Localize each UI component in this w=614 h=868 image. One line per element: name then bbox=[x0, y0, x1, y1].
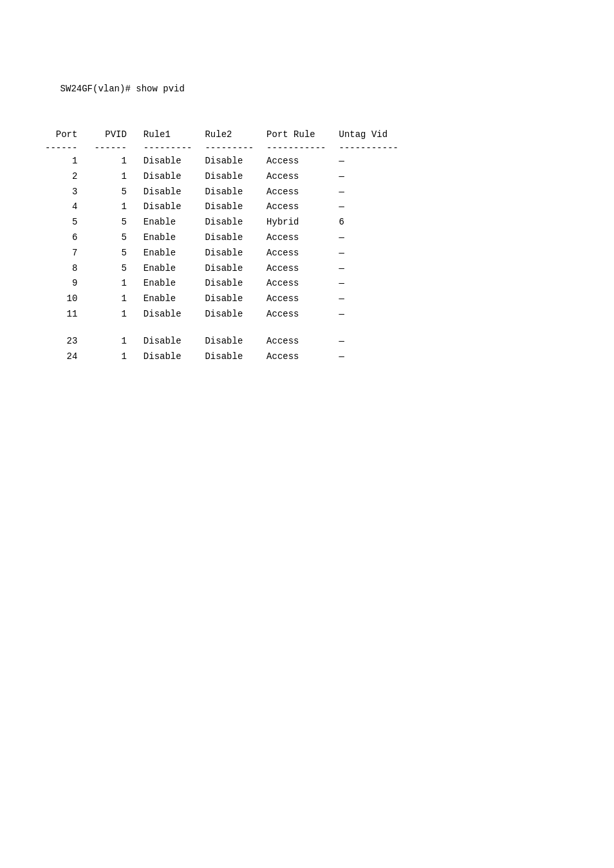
table-cell-0: 24 bbox=[39, 349, 88, 365]
table-cell-2: Enable bbox=[137, 261, 199, 277]
table-cell-0: 9 bbox=[39, 276, 88, 291]
divider-rule2: --------- bbox=[198, 143, 260, 154]
table-cell-1: 1 bbox=[88, 307, 136, 322]
table-cell-5: — bbox=[333, 291, 405, 307]
table-cell-0: 4 bbox=[39, 199, 88, 215]
table-cell-2: Disable bbox=[137, 307, 199, 322]
table-cell-0: 8 bbox=[39, 261, 88, 277]
table-cell-3: Disable bbox=[198, 154, 260, 169]
table-cell-4: Hybrid bbox=[260, 215, 332, 230]
table-cell-4: Access bbox=[260, 291, 332, 307]
table-cell-0: 2 bbox=[39, 169, 88, 185]
table-row: 75EnableDisableAccess— bbox=[39, 246, 405, 261]
table-row: 21DisableDisableAccess— bbox=[39, 169, 405, 185]
divider-rule1: --------- bbox=[137, 143, 199, 154]
table-row: 241DisableDisableAccess— bbox=[39, 349, 405, 365]
table-cell-3: Disable bbox=[198, 349, 260, 365]
divider-port: ------ bbox=[39, 143, 88, 154]
table-cell-1: 1 bbox=[88, 349, 136, 365]
table-row: 41DisableDisableAccess— bbox=[39, 199, 405, 215]
table-cell-2: Enable bbox=[137, 215, 199, 230]
table-cell-4: Access bbox=[260, 261, 332, 277]
table-cell-0: 10 bbox=[39, 291, 88, 307]
pvid-table: Port PVID Rule1 Rule2 Port Rule Untag Vi… bbox=[39, 127, 405, 364]
table-row: 11DisableDisableAccess— bbox=[39, 154, 405, 169]
col-header-rule1: Rule1 bbox=[137, 127, 199, 143]
table-spacer-row bbox=[39, 322, 405, 334]
table-cell-5: — bbox=[333, 199, 405, 215]
table-cell-2: Disable bbox=[137, 154, 199, 169]
table-cell-5: — bbox=[333, 334, 405, 349]
table-cell-2: Disable bbox=[137, 334, 199, 349]
table-cell-3: Disable bbox=[198, 261, 260, 277]
command-line: SW24GF(vlan)# show pvid bbox=[39, 68, 575, 111]
col-header-rule2: Rule2 bbox=[198, 127, 260, 143]
table-cell-1: 5 bbox=[88, 261, 136, 277]
table-cell-5: — bbox=[333, 276, 405, 291]
table-cell-0: 7 bbox=[39, 246, 88, 261]
table-cell-5: — bbox=[333, 185, 405, 200]
table-cell-0: 1 bbox=[39, 154, 88, 169]
table-cell-3: Disable bbox=[198, 307, 260, 322]
table-cell-2: Enable bbox=[137, 276, 199, 291]
table-cell-0: 11 bbox=[39, 307, 88, 322]
table-header-row: Port PVID Rule1 Rule2 Port Rule Untag Vi… bbox=[39, 127, 405, 143]
table-cell-3: Disable bbox=[198, 169, 260, 185]
table-cell-2: Enable bbox=[137, 230, 199, 246]
divider-pvid: ------ bbox=[88, 143, 136, 154]
table-cell-2: Disable bbox=[137, 169, 199, 185]
table-cell-2: Disable bbox=[137, 185, 199, 200]
divider-port-rule: ----------- bbox=[260, 143, 332, 154]
table-cell-0: 6 bbox=[39, 230, 88, 246]
table-cell-5: — bbox=[333, 261, 405, 277]
table-cell-1: 1 bbox=[88, 291, 136, 307]
table-cell-5: — bbox=[333, 246, 405, 261]
table-cell-4: Access bbox=[260, 307, 332, 322]
table-cell-1: 1 bbox=[88, 169, 136, 185]
col-header-untag-vid: Untag Vid bbox=[333, 127, 405, 143]
table-cell-4: Access bbox=[260, 246, 332, 261]
table-cell-0: 23 bbox=[39, 334, 88, 349]
table-row: 91EnableDisableAccess— bbox=[39, 276, 405, 291]
table-cell-5: — bbox=[333, 230, 405, 246]
table-cell-0: 3 bbox=[39, 185, 88, 200]
table-cell-3: Disable bbox=[198, 276, 260, 291]
terminal-output: SW24GF(vlan)# show pvid bbox=[39, 39, 575, 127]
col-header-port-rule: Port Rule bbox=[260, 127, 332, 143]
table-cell-4: Access bbox=[260, 230, 332, 246]
table-cell-1: 5 bbox=[88, 215, 136, 230]
table-cell-3: Disable bbox=[198, 246, 260, 261]
table-cell-4: Access bbox=[260, 169, 332, 185]
table-cell-1: 1 bbox=[88, 154, 136, 169]
table-cell-4: Access bbox=[260, 199, 332, 215]
table-cell-1: 5 bbox=[88, 230, 136, 246]
divider-untag-vid: ----------- bbox=[333, 143, 405, 154]
table-cell-4: Access bbox=[260, 334, 332, 349]
table-cell-0: 5 bbox=[39, 215, 88, 230]
table-cell-4: Access bbox=[260, 185, 332, 200]
table-cell-3: Disable bbox=[198, 230, 260, 246]
col-header-port: Port bbox=[39, 127, 88, 143]
table-cell-4: Access bbox=[260, 154, 332, 169]
table-cell-2: Disable bbox=[137, 349, 199, 365]
table-cell-5: — bbox=[333, 307, 405, 322]
table-cell-3: Disable bbox=[198, 185, 260, 200]
table-cell-5: — bbox=[333, 349, 405, 365]
table-cell-1: 1 bbox=[88, 334, 136, 349]
table-row: 35DisableDisableAccess— bbox=[39, 185, 405, 200]
table-row: 85EnableDisableAccess— bbox=[39, 261, 405, 277]
table-cell-2: Enable bbox=[137, 291, 199, 307]
table-row: 65EnableDisableAccess— bbox=[39, 230, 405, 246]
table-cell-1: 1 bbox=[88, 199, 136, 215]
table-cell-5: 6 bbox=[333, 215, 405, 230]
col-header-pvid: PVID bbox=[88, 127, 136, 143]
table-divider-row: ------ ------ --------- --------- ------… bbox=[39, 143, 405, 154]
table-cell-3: Disable bbox=[198, 334, 260, 349]
table-cell-1: 5 bbox=[88, 246, 136, 261]
table-cell-2: Enable bbox=[137, 246, 199, 261]
table-cell-1: 5 bbox=[88, 185, 136, 200]
table-cell-1: 1 bbox=[88, 276, 136, 291]
table-cell-2: Disable bbox=[137, 199, 199, 215]
table-cell-3: Disable bbox=[198, 199, 260, 215]
table-cell-5: — bbox=[333, 169, 405, 185]
